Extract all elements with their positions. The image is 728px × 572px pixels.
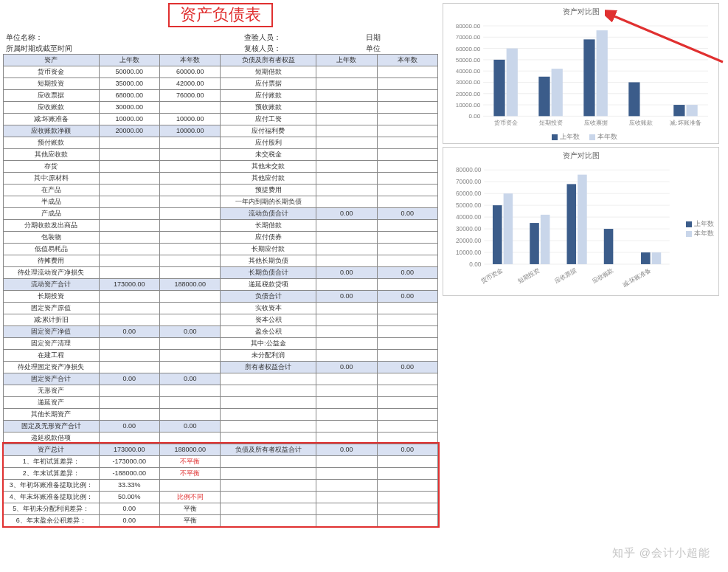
balance-sheet-table: 资产 上年数 本年数 负债及所有者权益 上年数 本年数 货币资金50000.00…: [3, 54, 438, 527]
watermark: 知乎 @会计小超能: [612, 546, 710, 560]
table-row: 分期收款发出商品长期借款: [4, 219, 438, 231]
table-row: 存货其他未交款: [4, 160, 438, 172]
table-row: 预付账款应付股利: [4, 137, 438, 148]
svg-text:30000.00: 30000.00: [456, 227, 482, 233]
chart-2: 资产对比图 0.0010000.0020000.0030000.0040000.…: [443, 147, 719, 295]
table-row: 递延资产: [4, 396, 438, 408]
svg-text:60000.00: 60000.00: [456, 191, 482, 198]
svg-rect-60: [604, 229, 614, 264]
table-row: 在产品预提费用: [4, 184, 438, 196]
table-row: 产成品流动负债合计0.000.00: [4, 207, 438, 219]
svg-text:应收票据: 应收票据: [554, 268, 578, 286]
svg-text:0.00: 0.00: [469, 113, 481, 120]
table-row: 应收票据68000.0076000.00应付账款: [4, 89, 438, 101]
chart-2-svg: 0.0010000.0020000.0030000.0040000.005000…: [448, 164, 676, 293]
svg-rect-54: [530, 223, 539, 264]
svg-rect-21: [538, 77, 550, 117]
svg-text:短期投资: 短期投资: [517, 268, 541, 286]
svg-rect-30: [673, 105, 684, 116]
svg-text:应收账款: 应收账款: [629, 120, 653, 126]
label-checker: 查验人员：: [241, 32, 363, 43]
svg-rect-22: [552, 69, 563, 116]
svg-rect-19: [507, 49, 518, 117]
svg-rect-18: [493, 60, 505, 116]
svg-rect-63: [641, 252, 651, 264]
label-unit-name: 单位名称：: [3, 32, 208, 43]
table-row: 其他应收款未交税金: [4, 148, 438, 160]
svg-text:10000.00: 10000.00: [456, 102, 481, 108]
chart-1-legend: 上年数 本年数: [448, 132, 714, 142]
chart-2-title: 资产对比图: [448, 151, 714, 161]
svg-rect-58: [578, 175, 587, 264]
table-row: 待处理固定资产净损失所有者权益合计0.000.00: [4, 361, 438, 373]
svg-text:货币资金: 货币资金: [479, 268, 503, 286]
svg-rect-25: [597, 30, 608, 116]
table-row: 固定资产净值0.000.00盈余公积: [4, 325, 438, 337]
chart-1-svg: 0.0010000.0020000.0030000.0040000.005000…: [448, 20, 714, 131]
table-row: 包装物应付债券: [4, 231, 438, 243]
col-prev: 上年数: [99, 54, 159, 66]
table-row: 固定资产清理其中:公益金: [4, 337, 438, 349]
label-date: 日期: [363, 32, 421, 43]
chart-2-legend: 上年数 本年数: [679, 219, 714, 238]
table-row: 固定资产原值实收资本: [4, 302, 438, 314]
table-row: 固定资产合计0.000.00: [4, 373, 438, 385]
svg-rect-64: [652, 252, 662, 264]
table-row: 货币资金50000.0060000.00短期借款: [4, 66, 438, 77]
svg-text:50000.00: 50000.00: [456, 203, 482, 210]
table-header-row: 资产 上年数 本年数 负债及所有者权益 上年数 本年数: [4, 54, 438, 66]
col-prev2: 上年数: [316, 54, 377, 66]
svg-text:80000.00: 80000.00: [456, 168, 482, 174]
svg-rect-31: [686, 105, 697, 116]
check-row: 6、年末盈余公积差异：0.00平衡: [4, 514, 438, 526]
svg-text:60000.00: 60000.00: [456, 46, 481, 52]
svg-text:80000.00: 80000.00: [456, 23, 481, 30]
svg-text:50000.00: 50000.00: [456, 57, 481, 63]
table-row: 短期投资35000.0042000.00应付票据: [4, 77, 438, 89]
total-row: 资产总计173000.00188000.00负债及所有者权益合计0.000.00: [4, 444, 438, 455]
svg-rect-55: [541, 215, 550, 264]
table-row: 减:坏账准备10000.0010000.00应付工资: [4, 113, 438, 125]
svg-rect-57: [567, 185, 577, 265]
chart-1-title: 资产对比图: [448, 7, 714, 17]
svg-rect-52: [504, 194, 513, 265]
table-row: 其中:原材料其他应付款: [4, 172, 438, 184]
svg-text:30000.00: 30000.00: [456, 79, 481, 86]
svg-rect-24: [583, 39, 594, 116]
col-liab: 负债及所有者权益: [221, 54, 316, 66]
col-curr2: 本年数: [377, 54, 437, 66]
col-curr: 本年数: [160, 54, 221, 66]
table-row: 半成品一年内到期的长期负债: [4, 196, 438, 207]
check-row: 5、年初未分配利润差异：0.00平衡: [4, 503, 438, 514]
svg-rect-51: [493, 206, 502, 265]
svg-text:20000.00: 20000.00: [456, 91, 481, 97]
page-title: 资产负债表: [168, 3, 273, 27]
check-row: 1、年初试算差异：-173000.00不平衡: [4, 455, 438, 467]
svg-text:应收票据: 应收票据: [584, 120, 608, 126]
svg-rect-27: [628, 82, 639, 116]
table-row: 流动资产合计173000.00188000.00递延税款贷项: [4, 278, 438, 290]
label-unit: 单位: [363, 43, 421, 54]
svg-text:减:坏账准备: 减:坏账准备: [621, 268, 651, 289]
check-row: 4、年末坏账准备提取比例：50.00%比例不同: [4, 491, 438, 503]
table-row: 低值易耗品长期应付款: [4, 243, 438, 255]
svg-text:货币资金: 货币资金: [494, 120, 518, 126]
table-row: 固定及无形资产合计0.000.00: [4, 420, 438, 432]
label-period: 所属时期或截至时间: [3, 43, 208, 54]
table-row: 长期投资负债合计0.000.00: [4, 290, 438, 302]
svg-text:10000.00: 10000.00: [456, 249, 482, 256]
svg-text:20000.00: 20000.00: [456, 238, 482, 245]
svg-text:40000.00: 40000.00: [456, 68, 481, 75]
svg-text:0.00: 0.00: [469, 261, 481, 268]
table-row: 减:累计折旧资本公积: [4, 314, 438, 325]
check-row: 3、年初坏账准备提取比例：33.33%: [4, 479, 438, 491]
svg-text:70000.00: 70000.00: [456, 179, 482, 186]
table-row: 在建工程未分配利润: [4, 349, 438, 361]
table-row: 应收账款30000.00预收账款: [4, 101, 438, 113]
table-row: 待摊费用其他长期负债: [4, 255, 438, 266]
table-row: 应收账款净额20000.0010000.00应付福利费: [4, 125, 438, 137]
svg-text:应收账款: 应收账款: [591, 268, 614, 286]
check-row: 2、年末试算差异：-188000.00不平衡: [4, 467, 438, 479]
label-reviewer: 复核人员：: [241, 43, 363, 54]
chart-1: 资产对比图 0.0010000.0020000.0030000.0040000.…: [443, 3, 719, 144]
